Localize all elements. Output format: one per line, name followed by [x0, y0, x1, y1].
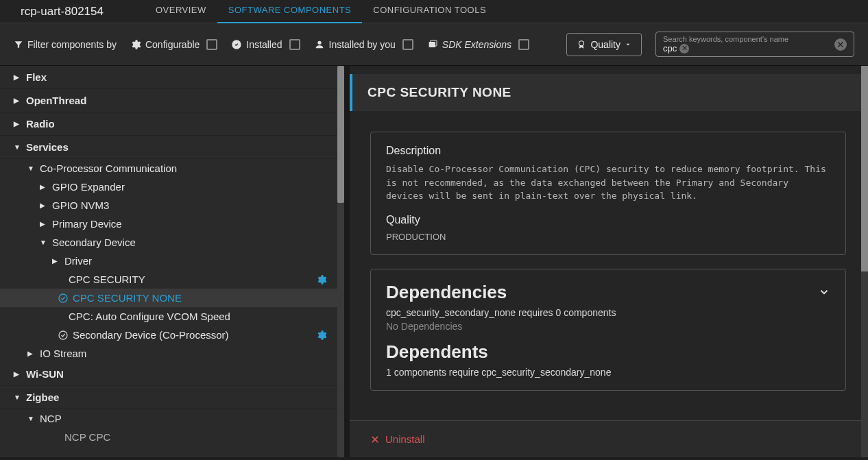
- caret-right-icon: ▶: [14, 73, 22, 81]
- detail-panel: CPC SECURITY NONE Description Disable Co…: [350, 66, 868, 457]
- quality-dropdown[interactable]: Quality: [566, 33, 642, 56]
- svg-point-4: [579, 40, 584, 45]
- caret-right-icon: ▶: [40, 220, 48, 228]
- caret-down-icon: ▼: [40, 239, 48, 246]
- tree-wisun[interactable]: ▶Wi-SUN: [0, 363, 344, 386]
- caret-right-icon: ▶: [52, 257, 60, 265]
- tree-ncp-cpc[interactable]: NCP CPC: [0, 428, 344, 446]
- main-area: ▶Flex ▶OpenThread ▶Radio ▼Services ▼Co-P…: [0, 66, 868, 457]
- description-text: Disable Co-Processor Communication (CPC)…: [386, 162, 830, 203]
- search-value-row: cpc ✕: [663, 43, 847, 53]
- caret-down-icon: ▼: [14, 394, 22, 401]
- token-remove-icon[interactable]: ✕: [679, 44, 689, 53]
- caret-right-icon: ▶: [40, 202, 48, 209]
- person-icon: [314, 39, 325, 50]
- scrollbar-thumb[interactable]: [337, 66, 344, 203]
- svg-rect-2: [429, 42, 435, 47]
- checkbox[interactable]: [518, 39, 529, 50]
- configure-gear-icon[interactable]: [316, 274, 327, 285]
- tab-overview[interactable]: OVERVIEW: [145, 0, 217, 23]
- tree-driver[interactable]: ▶Driver: [0, 252, 344, 270]
- gear-icon: [130, 39, 141, 50]
- tree-flex[interactable]: ▶Flex: [0, 66, 344, 89]
- caret-right-icon: ▶: [40, 183, 48, 191]
- checkbox[interactable]: [402, 39, 413, 50]
- tree-primary-device[interactable]: ▶Primary Device: [0, 215, 344, 233]
- search-placeholder-label: Search keywords, component's name: [663, 35, 847, 43]
- extension-icon: [427, 39, 438, 50]
- quality-label: Quality: [386, 214, 830, 226]
- project-title: rcp-uart-802154: [7, 5, 104, 19]
- detail-title-bar: CPC SECURITY NONE: [350, 74, 868, 111]
- svg-point-5: [59, 294, 67, 302]
- caret-down-icon: ▼: [27, 415, 36, 422]
- dependents-title: Dependents: [386, 341, 830, 363]
- tree-cpc-security[interactable]: CPC SECURITY: [0, 270, 344, 289]
- installed-check-icon: [58, 293, 69, 304]
- no-dependencies-text: No Dependencies: [386, 321, 830, 332]
- chevron-down-icon[interactable]: [818, 286, 830, 298]
- tree-cpc-security-none[interactable]: CPC SECURITY NONE: [0, 289, 344, 307]
- action-bar: Uninstall: [350, 420, 861, 457]
- filter-configurable[interactable]: Configurable: [130, 39, 217, 50]
- header-bar: rcp-uart-802154 OVERVIEW SOFTWARE COMPON…: [0, 0, 868, 23]
- dependencies-header[interactable]: Dependencies: [386, 282, 830, 303]
- search-token: cpc: [663, 43, 677, 53]
- filter-installed[interactable]: Installed: [231, 39, 300, 50]
- chevron-down-icon: [625, 41, 631, 48]
- checkbox[interactable]: [206, 39, 217, 50]
- installed-check-icon: [58, 330, 69, 341]
- tree-services[interactable]: ▼Services: [0, 136, 344, 159]
- svg-point-6: [59, 331, 67, 339]
- search-clear-icon[interactable]: ✕: [834, 38, 847, 51]
- tabs: OVERVIEW SOFTWARE COMPONENTS CONFIGURATI…: [145, 0, 497, 23]
- tree-zigbee[interactable]: ▼Zigbee: [0, 386, 344, 409]
- tree-io-stream[interactable]: ▶IO Stream: [0, 344, 344, 363]
- dependencies-title: Dependencies: [386, 282, 507, 303]
- tree-secondary-device[interactable]: ▼Secondary Device: [0, 233, 344, 252]
- description-label: Description: [386, 145, 830, 157]
- caret-down-icon: ▼: [27, 165, 36, 172]
- tree-ncp[interactable]: ▼NCP: [0, 409, 344, 428]
- dependencies-card: Dependencies cpc_security_secondary_none…: [370, 269, 846, 391]
- detail-body: Description Disable Co-Processor Communi…: [350, 111, 860, 418]
- close-icon: [370, 435, 380, 444]
- caret-right-icon: ▶: [14, 97, 22, 104]
- tree-secondary-coprocessor[interactable]: Secondary Device (Co-Processor): [0, 326, 344, 344]
- uninstall-button[interactable]: Uninstall: [370, 433, 841, 445]
- component-title: CPC SECURITY NONE: [367, 85, 853, 100]
- caret-right-icon: ▶: [14, 370, 22, 378]
- tab-configuration-tools[interactable]: CONFIGURATION TOOLS: [362, 0, 497, 23]
- description-card: Description Disable Co-Processor Communi…: [370, 132, 846, 255]
- caret-right-icon: ▶: [27, 350, 36, 357]
- search-input[interactable]: Search keywords, component's name cpc ✕ …: [655, 32, 854, 57]
- filter-label-text: Filter components by: [27, 39, 117, 50]
- tree-cpc[interactable]: ▼Co-Processor Communication: [0, 159, 344, 178]
- svg-point-1: [317, 40, 321, 44]
- checkbox[interactable]: [289, 39, 300, 50]
- tree-openthread[interactable]: ▶OpenThread: [0, 89, 344, 112]
- scrollbar-thumb[interactable]: [861, 66, 868, 271]
- tree-gpio-expander[interactable]: ▶GPIO Expander: [0, 178, 344, 196]
- tree-radio[interactable]: ▶Radio: [0, 112, 344, 136]
- filter-label: Filter components by: [14, 39, 117, 50]
- caret-down-icon: ▼: [14, 143, 22, 151]
- tree-cpc-vcom[interactable]: CPC: Auto Configure VCOM Speed: [0, 307, 344, 326]
- filter-bar: Filter components by Configurable Instal…: [0, 23, 868, 66]
- filter-sdk-extensions[interactable]: SDK Extensions: [427, 39, 529, 50]
- check-circle-icon: [231, 39, 242, 50]
- configure-gear-icon[interactable]: [316, 330, 327, 341]
- filter-installed-by-you[interactable]: Installed by you: [314, 39, 413, 50]
- quality-value: PRODUCTION: [386, 232, 830, 242]
- component-tree: ▶Flex ▶OpenThread ▶Radio ▼Services ▼Co-P…: [0, 66, 350, 457]
- ribbon-icon: [577, 40, 586, 49]
- dependencies-subtitle: cpc_security_secondary_none requires 0 c…: [386, 307, 830, 318]
- dependents-subtitle: 1 components require cpc_security_second…: [386, 367, 830, 378]
- caret-right-icon: ▶: [14, 120, 22, 128]
- funnel-icon: [14, 40, 23, 49]
- tab-software-components[interactable]: SOFTWARE COMPONENTS: [217, 0, 362, 23]
- tree-gpio-nvm3[interactable]: ▶GPIO NVM3: [0, 196, 344, 215]
